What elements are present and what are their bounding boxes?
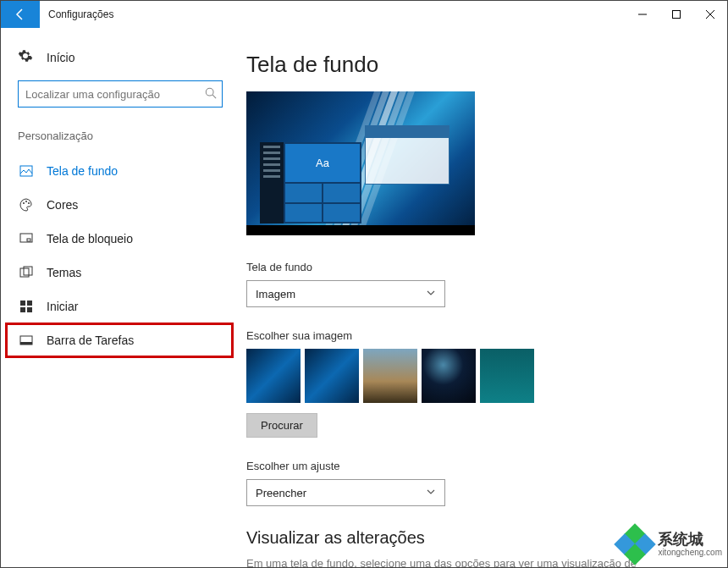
chevron-down-icon	[426, 288, 436, 301]
sidebar-item-label: Tela de fundo	[47, 164, 118, 178]
sidebar-item-label: Cores	[47, 198, 78, 212]
preview-taskbar	[246, 225, 475, 235]
background-field-label: Tela de fundo	[246, 261, 702, 273]
search-box[interactable]	[18, 80, 223, 108]
chevron-down-icon	[426, 487, 436, 499]
start-icon	[18, 300, 35, 313]
sidebar-item-colors[interactable]: Cores	[1, 188, 238, 222]
svg-rect-12	[20, 307, 25, 312]
taskbar-icon	[18, 334, 35, 347]
svg-rect-10	[20, 301, 25, 306]
choose-image-label: Escolher sua imagem	[246, 329, 702, 342]
titlebar: Configurações	[1, 1, 727, 28]
watermark-en: xitongcheng.com	[658, 548, 722, 557]
fit-dropdown[interactable]: Preencher	[246, 479, 445, 506]
image-thumbnails	[246, 349, 702, 403]
palette-icon	[18, 198, 35, 212]
desktop-preview: Aa	[246, 91, 475, 235]
sidebar-item-background[interactable]: Tela de fundo	[1, 154, 238, 188]
main-content: Tela de fundo Aa Tela de fundo Imagem Es…	[238, 28, 727, 567]
themes-icon	[18, 266, 35, 279]
window-title: Configurações	[40, 8, 113, 20]
thumbnail-2[interactable]	[305, 349, 359, 403]
sidebar-item-start[interactable]: Iniciar	[1, 290, 238, 323]
lockscreen-icon	[18, 232, 35, 245]
preview-tile-aa: Aa	[285, 144, 360, 182]
sidebar-item-label: Temas	[47, 266, 81, 279]
maximize-button[interactable]	[659, 1, 693, 28]
section-description: Em uma tela de fundo, selecione uma das …	[246, 556, 653, 567]
watermark: 系统城 xitongcheng.com	[617, 527, 722, 562]
thumbnail-3[interactable]	[363, 349, 417, 403]
svg-point-4	[25, 201, 27, 202]
thumbnail-4[interactable]	[422, 349, 476, 403]
background-dropdown[interactable]: Imagem	[246, 280, 445, 307]
gear-icon	[18, 48, 35, 67]
close-button[interactable]	[693, 1, 727, 28]
thumbnail-5[interactable]	[480, 349, 534, 403]
svg-rect-15	[20, 342, 32, 345]
preview-window	[365, 125, 449, 185]
watermark-cn: 系统城	[658, 532, 722, 549]
sidebar-item-label: Tela de bloqueio	[47, 232, 133, 245]
svg-rect-11	[27, 301, 32, 306]
sidebar-item-themes[interactable]: Temas	[1, 256, 238, 290]
thumbnail-1[interactable]	[246, 349, 301, 403]
preview-start-menu: Aa	[260, 142, 361, 223]
sidebar-item-taskbar[interactable]: Barra de Tarefas	[6, 323, 233, 357]
sidebar-item-label: Iniciar	[47, 300, 78, 313]
page-heading: Tela de fundo	[246, 52, 702, 78]
sidebar-item-lockscreen[interactable]: Tela de bloqueio	[1, 222, 238, 256]
svg-rect-7	[27, 239, 30, 241]
fit-field-label: Escolher um ajuste	[246, 460, 702, 472]
category-label: Personalização	[1, 124, 238, 154]
svg-point-1	[206, 88, 213, 96]
minimize-button[interactable]	[626, 1, 659, 28]
fit-dropdown-value: Preencher	[256, 487, 306, 499]
browse-button[interactable]: Procurar	[246, 413, 317, 438]
svg-point-3	[23, 202, 25, 204]
sidebar-item-label: Barra de Tarefas	[47, 334, 134, 347]
svg-point-5	[28, 202, 30, 204]
sidebar: Início Personalização Tela de fundo Core…	[1, 28, 238, 567]
search-input[interactable]	[25, 88, 205, 101]
svg-rect-13	[27, 307, 32, 312]
back-button[interactable]	[1, 1, 40, 28]
picture-icon	[18, 164, 35, 178]
svg-rect-0	[673, 11, 681, 19]
watermark-logo-icon	[617, 527, 653, 562]
home-label: Início	[47, 51, 74, 64]
background-dropdown-value: Imagem	[256, 288, 295, 301]
home-link[interactable]: Início	[1, 45, 238, 80]
search-icon	[205, 87, 217, 102]
